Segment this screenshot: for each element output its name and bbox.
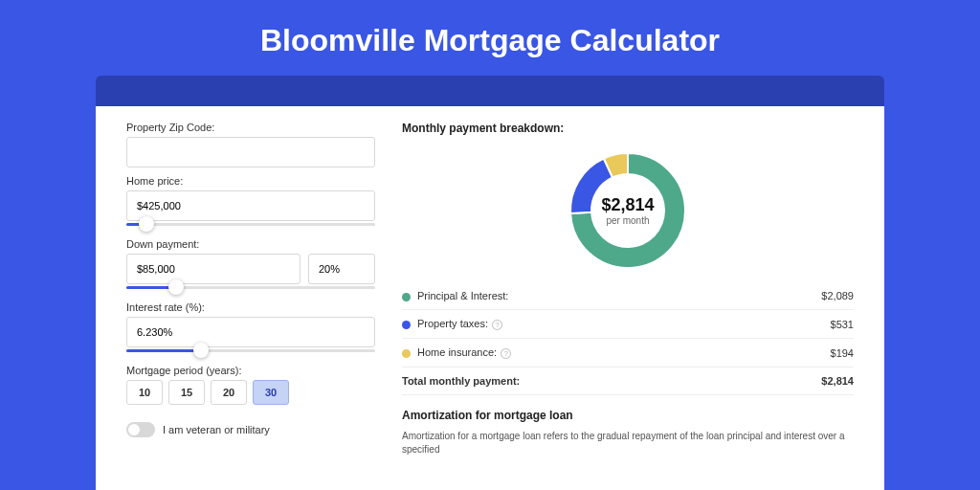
donut-container: $2,814 per month [402,145,854,282]
period-btn-20[interactable]: 20 [211,380,247,405]
zip-input[interactable] [126,137,375,167]
legend-dot [402,349,411,358]
legend-dot [402,293,411,301]
breakdown-label: Principal & Interest: [417,290,508,301]
zip-label: Property Zip Code: [126,122,375,133]
interest-label: Interest rate (%): [126,301,375,313]
donut-chart: $2,814 per month [566,148,690,273]
interest-slider[interactable] [126,345,375,357]
donut-amount: $2,814 [601,195,654,215]
down-payment-pct-input[interactable] [308,254,375,284]
down-payment-label: Down payment: [126,238,375,250]
home-price-input[interactable] [126,190,375,221]
down-payment-input[interactable] [126,254,301,284]
total-row: Total monthly payment: $2,814 [402,368,854,395]
down-payment-slider[interactable] [126,282,375,294]
help-icon[interactable]: ? [492,320,502,330]
breakdown-heading: Monthly payment breakdown: [402,122,854,145]
form-panel: Property Zip Code: Home price: Down paym… [126,122,375,490]
period-label: Mortgage period (years): [126,365,375,376]
donut-sub: per month [606,215,649,226]
total-value: $2,814 [821,375,854,387]
breakdown-label: Property taxes: [417,318,488,329]
interest-input[interactable] [126,317,375,347]
breakdown-value: $531 [831,319,854,330]
breakdown-row: Property taxes:?$531 [402,310,854,339]
breakdown-value: $2,089 [821,290,854,301]
period-btn-30[interactable]: 30 [253,380,289,405]
help-icon[interactable]: ? [501,348,511,359]
period-field: Mortgage period (years): 10152030 [126,365,375,405]
breakdown-label: Home insurance: [417,346,497,358]
home-price-field: Home price: [126,175,375,231]
header-strip [96,76,884,106]
home-price-slider[interactable] [126,219,375,231]
breakdown-row: Principal & Interest:$2,089 [402,282,854,310]
legend-dot [402,321,411,329]
period-btn-10[interactable]: 10 [126,380,163,405]
down-payment-field: Down payment: [126,238,375,294]
amortization-heading: Amortization for mortgage loan [402,409,854,422]
amortization-text: Amortization for a mortgage loan refers … [402,430,854,457]
slider-thumb[interactable] [193,343,209,358]
results-panel: Monthly payment breakdown: $2,814 per mo… [402,122,854,490]
interest-field: Interest rate (%): [126,301,375,357]
slider-thumb[interactable] [139,216,154,232]
breakdown-value: $194 [831,347,854,359]
total-label: Total monthly payment: [402,375,520,387]
page-title: Bloomville Mortgage Calculator [0,0,980,76]
veteran-toggle[interactable] [126,422,155,437]
veteran-row: I am veteran or military [126,422,375,437]
breakdown-row: Home insurance:?$194 [402,339,854,368]
veteran-label: I am veteran or military [163,424,270,435]
period-btn-15[interactable]: 15 [168,380,205,405]
home-price-label: Home price: [126,175,375,187]
zip-field: Property Zip Code: [126,122,375,167]
calculator-card: Property Zip Code: Home price: Down paym… [96,106,884,490]
slider-thumb[interactable] [168,279,184,295]
